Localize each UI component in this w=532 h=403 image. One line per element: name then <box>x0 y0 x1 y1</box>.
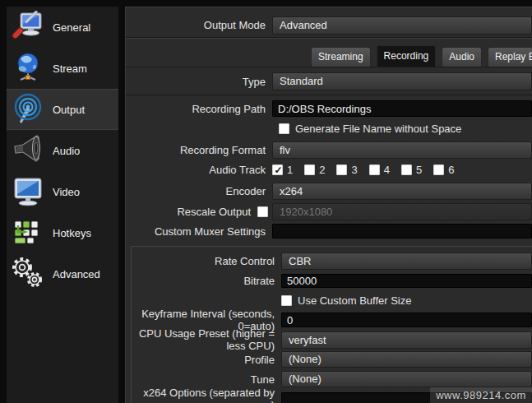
settings-window: General Stream <box>0 0 532 403</box>
sidebar-item-hotkeys[interactable]: Hotkeys <box>7 212 118 253</box>
output-tab-bar: Streaming Recording Audio Replay Buffer <box>126 39 532 67</box>
recording-format-select[interactable]: flv <box>272 141 532 159</box>
audio-track-6-checkbox[interactable] <box>433 164 444 175</box>
output-icon <box>7 93 49 126</box>
sidebar-item-label: General <box>53 21 90 34</box>
audio-track-6: 6 <box>433 164 454 176</box>
cpu-preset-row: CPU Usage Preset (higher = less CPU) ver… <box>132 330 532 350</box>
sidebar-item-label: Hotkeys <box>53 227 91 239</box>
sidebar-item-label: Advanced <box>53 268 100 280</box>
muxer-input[interactable] <box>272 224 532 239</box>
tab-streaming[interactable]: Streaming <box>311 47 371 67</box>
settings-sidebar: General Stream <box>7 7 118 403</box>
rescale-checkbox[interactable] <box>257 206 268 217</box>
rate-control-row: Rate Control CBR <box>132 251 532 271</box>
tab-audio[interactable]: Audio <box>442 47 482 67</box>
hotkeys-icon <box>7 216 49 249</box>
audio-track-2-checkbox[interactable] <box>304 164 315 175</box>
audio-track-3-checkbox[interactable] <box>336 164 347 175</box>
x264-options-label: x264 Options (separated by space) <box>132 387 281 403</box>
recording-format-row: Recording Format flv <box>126 141 532 159</box>
sidebar-item-label: Stream <box>53 63 87 75</box>
output-settings-panel: Output Mode Advanced Streaming Recording… <box>125 7 532 403</box>
tab-recording[interactable]: Recording <box>377 45 437 67</box>
cpu-preset-label: CPU Usage Preset (higher = less CPU) <box>132 327 281 352</box>
rescale-resolution-select[interactable]: 1920x1080 <box>272 203 532 220</box>
video-icon <box>7 175 49 208</box>
audio-track-1: 1 <box>272 164 293 176</box>
muxer-label: Custom Muxer Settings <box>126 225 272 238</box>
watermark: www.989214.com <box>430 387 532 403</box>
audio-track-4: 4 <box>369 164 390 176</box>
encoder-label: Encoder <box>126 185 272 197</box>
output-mode-row: Output Mode Advanced <box>126 7 532 37</box>
encoder-settings-group: Rate Control CBR Bitrate Use Custom Buff… <box>131 246 532 403</box>
type-label: Type <box>126 76 272 88</box>
type-select[interactable]: Standard <box>272 72 532 90</box>
bitrate-input[interactable] <box>281 274 532 288</box>
audio-track-3-label: 3 <box>351 164 357 176</box>
general-icon <box>7 11 49 44</box>
gen-no-space-label: Generate File Name without Space <box>295 123 461 135</box>
recording-path-row: Recording Path <box>126 100 532 117</box>
audio-track-4-label: 4 <box>384 164 390 176</box>
encoder-row: Encoder x264 <box>126 183 532 200</box>
rescale-label: Rescale Output <box>126 206 257 218</box>
audio-track-6-label: 6 <box>448 164 454 176</box>
bitrate-row: Bitrate <box>132 271 532 290</box>
audio-track-row: Audio Track 1 2 3 4 5 <box>126 163 532 176</box>
audio-track-label: Audio Track <box>126 164 272 176</box>
output-mode-label: Output Mode <box>126 19 272 31</box>
rate-control-select[interactable]: CBR <box>281 252 532 270</box>
audio-icon <box>7 134 49 167</box>
sidebar-item-label: Output <box>53 104 85 116</box>
audio-track-2: 2 <box>304 164 325 176</box>
sidebar-item-output[interactable]: Output <box>7 89 118 130</box>
rate-control-label: Rate Control <box>132 255 281 267</box>
sidebar-item-stream[interactable]: Stream <box>7 48 118 89</box>
tune-label: Tune <box>132 373 281 386</box>
encoder-select[interactable]: x264 <box>272 183 532 200</box>
profile-row: Profile (None) <box>132 350 532 369</box>
sidebar-item-label: Video <box>53 186 80 198</box>
recording-path-input[interactable] <box>272 100 532 117</box>
profile-label: Profile <box>132 354 281 366</box>
advanced-icon <box>7 257 49 291</box>
audio-track-3: 3 <box>336 164 357 176</box>
audio-track-4-checkbox[interactable] <box>369 164 380 175</box>
audio-track-1-checkbox[interactable] <box>272 164 283 175</box>
audio-track-5: 5 <box>401 164 422 176</box>
recording-path-label: Recording Path <box>126 103 272 115</box>
stream-icon <box>7 52 49 85</box>
output-mode-select[interactable]: Advanced <box>272 16 532 35</box>
sidebar-item-label: Audio <box>53 145 80 157</box>
type-row: Type Standard <box>126 67 532 95</box>
sidebar-item-audio[interactable]: Audio <box>7 130 118 171</box>
keyframe-input[interactable] <box>281 313 532 327</box>
sidebar-item-video[interactable]: Video <box>7 171 118 212</box>
gen-no-space-row: Generate File Name without Space <box>279 123 532 135</box>
profile-select[interactable]: (None) <box>281 351 532 368</box>
muxer-row: Custom Muxer Settings <box>126 224 532 239</box>
sidebar-item-general[interactable]: General <box>7 7 118 48</box>
custom-buffer-label: Use Custom Buffer Size <box>298 294 411 307</box>
tune-select[interactable]: (None) <box>281 371 532 387</box>
audio-track-5-label: 5 <box>416 164 422 176</box>
recording-format-label: Recording Format <box>126 144 272 156</box>
audio-track-5-checkbox[interactable] <box>401 164 412 175</box>
audio-track-2-label: 2 <box>319 164 325 176</box>
tab-replay-buffer[interactable]: Replay Buffer <box>488 47 532 67</box>
gen-no-space-checkbox[interactable] <box>279 123 289 134</box>
rescale-row: Rescale Output 1920x1080 <box>126 203 532 220</box>
audio-track-1-label: 1 <box>287 164 293 176</box>
cpu-preset-select[interactable]: veryfast <box>281 331 532 349</box>
sidebar-item-advanced[interactable]: Advanced <box>7 253 118 294</box>
custom-buffer-checkbox[interactable] <box>281 295 292 306</box>
bitrate-label: Bitrate <box>132 275 281 287</box>
